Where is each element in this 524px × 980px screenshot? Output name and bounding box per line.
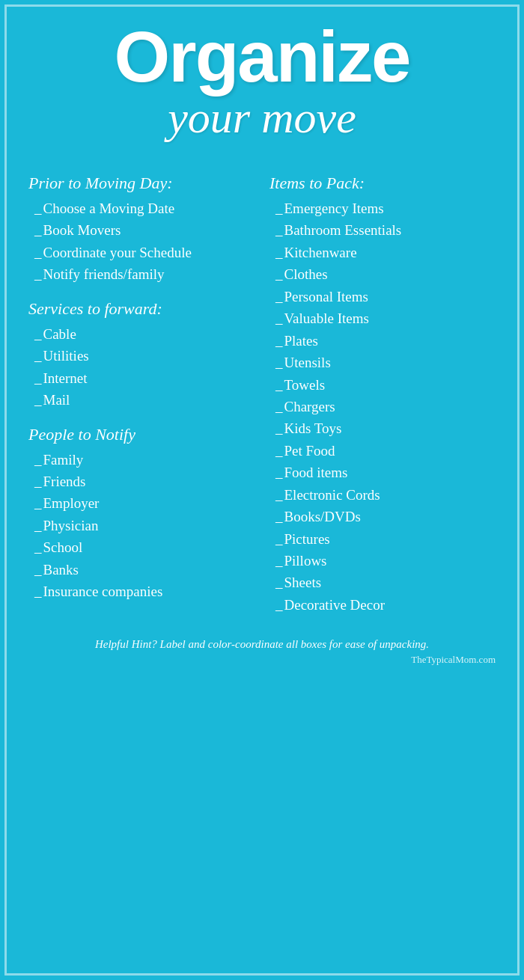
list-item: Towels [269,374,496,396]
main-page: Organize your move Prior to Moving Day:C… [0,0,524,980]
section-heading: People to Notify [28,425,255,444]
items-to-pack-heading: Items to Pack: [269,174,496,193]
right-column: Items to Pack:Emergency ItemsBathroom Es… [262,160,496,616]
section-heading: Services to forward: [28,299,255,319]
list-item: Utensils [269,352,496,373]
list-item: Personal Items [269,286,496,307]
list-item: Plates [269,330,496,352]
list-item: Insurance companies [28,581,255,602]
list-item: Kids Toys [269,417,496,439]
list-item: Chargers [269,396,496,417]
list-item: School [28,536,255,558]
list-item: Kitchenware [269,242,496,263]
footer-hint: Helpful Hint? Label and color-coordinate… [28,632,496,651]
list-item: Employer [28,492,255,514]
list-item: Pillows [269,550,496,572]
list-item: Utilities [28,345,255,367]
list-item: Valuable Items [269,307,496,329]
list-item: Books/DVDs [269,506,496,527]
list-item: Decorative Decor [269,594,496,616]
list-item: Bathroom Essentials [269,219,496,241]
title-organize: Organize [28,21,496,93]
section-heading: Prior to Moving Day: [28,174,255,193]
list-item: Choose a Moving Date [28,197,255,219]
list-item: Coordinate your Schedule [28,242,255,263]
list-item: Electronic Cords [269,484,496,506]
list-item: Physician [28,515,255,536]
list-item: Friends [28,471,255,492]
list-item: Family [28,449,255,471]
list-item: Book Movers [28,219,255,241]
left-column: Prior to Moving Day:Choose a Moving Date… [28,160,262,616]
list-item: Internet [28,367,255,389]
list-item: Pet Food [269,440,496,462]
list-item: Banks [28,559,255,581]
list-item: Sheets [269,572,496,593]
list-item: Mail [28,389,255,411]
footer-brand: TheTypicalMom.com [28,654,496,666]
list-item: Pictures [269,528,496,550]
list-item: Notify friends/family [28,263,255,285]
list-item: Clothes [269,263,496,285]
list-item: Cable [28,323,255,345]
title-your-move: your move [28,93,496,142]
list-item: Emergency Items [269,197,496,219]
list-item: Food items [269,462,496,483]
